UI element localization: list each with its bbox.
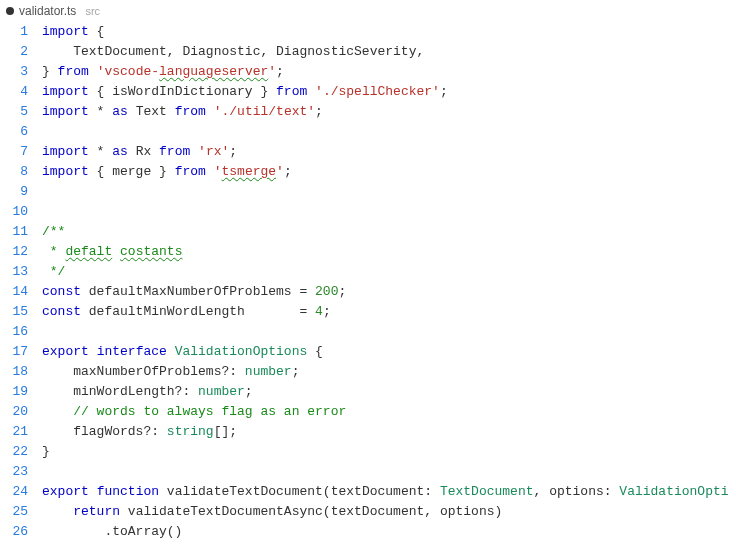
code-line[interactable]: const defaultMinWordLength = 4; [42, 302, 736, 322]
code-line[interactable]: import * as Text from './util/text'; [42, 102, 736, 122]
code-line[interactable]: TextDocument, Diagnostic, DiagnosticSeve… [42, 42, 736, 62]
code-content[interactable]: import { TextDocument, Diagnostic, Diagn… [42, 22, 736, 542]
code-token [112, 244, 120, 259]
code-line[interactable]: * defalt costants [42, 242, 736, 262]
code-line[interactable]: export function validateTextDocument(tex… [42, 482, 736, 502]
code-line[interactable]: // words to always flag as an error [42, 402, 736, 422]
code-token: from [175, 164, 206, 179]
code-token: from [58, 64, 89, 79]
editor-tab[interactable]: validator.ts src [6, 4, 100, 18]
code-token: { isWordInDictionary } [89, 84, 276, 99]
line-number: 7 [0, 142, 28, 162]
line-number: 23 [0, 462, 28, 482]
code-token: import [42, 24, 89, 39]
code-token [307, 84, 315, 99]
line-number: 17 [0, 342, 28, 362]
code-token: ' [268, 64, 276, 79]
line-number: 1 [0, 22, 28, 42]
line-number: 21 [0, 422, 28, 442]
code-token: , options: [534, 484, 620, 499]
code-token: []; [214, 424, 237, 439]
code-line[interactable] [42, 182, 736, 202]
code-line[interactable]: import { [42, 22, 736, 42]
tab-bar: validator.ts src [0, 0, 736, 22]
code-token: ; [284, 164, 292, 179]
code-token [89, 484, 97, 499]
code-token: * [42, 244, 65, 259]
code-token: TextDocument [440, 484, 534, 499]
code-line[interactable]: */ [42, 262, 736, 282]
code-line[interactable] [42, 202, 736, 222]
code-line[interactable]: import { isWordInDictionary } from './sp… [42, 82, 736, 102]
code-token: .toArray() [42, 524, 182, 539]
line-number: 22 [0, 442, 28, 462]
line-number: 9 [0, 182, 28, 202]
line-number: 24 [0, 482, 28, 502]
code-token [89, 64, 97, 79]
code-token: Rx [128, 144, 159, 159]
code-line[interactable] [42, 462, 736, 482]
line-number: 10 [0, 202, 28, 222]
code-token: const [42, 284, 81, 299]
code-token [167, 344, 175, 359]
code-line[interactable]: /** [42, 222, 736, 242]
code-token: tsmerge [221, 164, 276, 179]
code-line[interactable]: return validateTextDocumentAsync(textDoc… [42, 502, 736, 522]
code-token: costants [120, 244, 182, 259]
line-number: 18 [0, 362, 28, 382]
code-token: export [42, 344, 89, 359]
code-token: */ [42, 264, 65, 279]
code-token: flagWords?: [42, 424, 167, 439]
code-token: { merge } [89, 164, 175, 179]
code-line[interactable]: .toArray() [42, 522, 736, 542]
line-number: 4 [0, 82, 28, 102]
code-token: { [307, 344, 323, 359]
code-token: * [89, 144, 112, 159]
code-token: number [245, 364, 292, 379]
code-token: return [73, 504, 120, 519]
code-token: function [97, 484, 159, 499]
code-line[interactable]: flagWords?: string[]; [42, 422, 736, 442]
code-token: as [112, 144, 128, 159]
code-line[interactable]: import { merge } from 'tsmerge'; [42, 162, 736, 182]
code-token: './spellChecker' [315, 84, 440, 99]
code-token: ValidationOpti [619, 484, 728, 499]
code-token: validateTextDocument(textDocument: [159, 484, 440, 499]
code-token: defaultMaxNumberOfProblems = [81, 284, 315, 299]
line-number: 8 [0, 162, 28, 182]
line-number: 16 [0, 322, 28, 342]
code-line[interactable]: import * as Rx from 'rx'; [42, 142, 736, 162]
code-token: validateTextDocumentAsync(textDocument, … [120, 504, 502, 519]
code-token: from [276, 84, 307, 99]
code-token: } [42, 64, 58, 79]
code-token [206, 164, 214, 179]
code-token: 200 [315, 284, 338, 299]
editor-area[interactable]: 1234567891011121314151617181920212223242… [0, 22, 736, 547]
line-number: 20 [0, 402, 28, 422]
tab-filename: validator.ts [19, 4, 76, 18]
code-line[interactable]: } from 'vscode-languageserver'; [42, 62, 736, 82]
line-number: 25 [0, 502, 28, 522]
code-line[interactable]: minWordLength?: number; [42, 382, 736, 402]
line-number: 3 [0, 62, 28, 82]
code-token: 4 [315, 304, 323, 319]
code-token: ; [323, 304, 331, 319]
code-token: minWordLength?: [42, 384, 198, 399]
code-token: ' [276, 164, 284, 179]
code-token: * [89, 104, 112, 119]
code-line[interactable]: } [42, 442, 736, 462]
code-token: ; [338, 284, 346, 299]
code-token: import [42, 84, 89, 99]
code-line[interactable] [42, 122, 736, 142]
code-token: import [42, 164, 89, 179]
code-token: import [42, 104, 89, 119]
line-number: 15 [0, 302, 28, 322]
code-line[interactable]: maxNumberOfProblems?: number; [42, 362, 736, 382]
code-token: string [167, 424, 214, 439]
line-number: 11 [0, 222, 28, 242]
code-token: from [175, 104, 206, 119]
code-line[interactable]: const defaultMaxNumberOfProblems = 200; [42, 282, 736, 302]
code-line[interactable]: export interface ValidationOptions { [42, 342, 736, 362]
code-line[interactable] [42, 322, 736, 342]
code-token: defalt [65, 244, 112, 259]
